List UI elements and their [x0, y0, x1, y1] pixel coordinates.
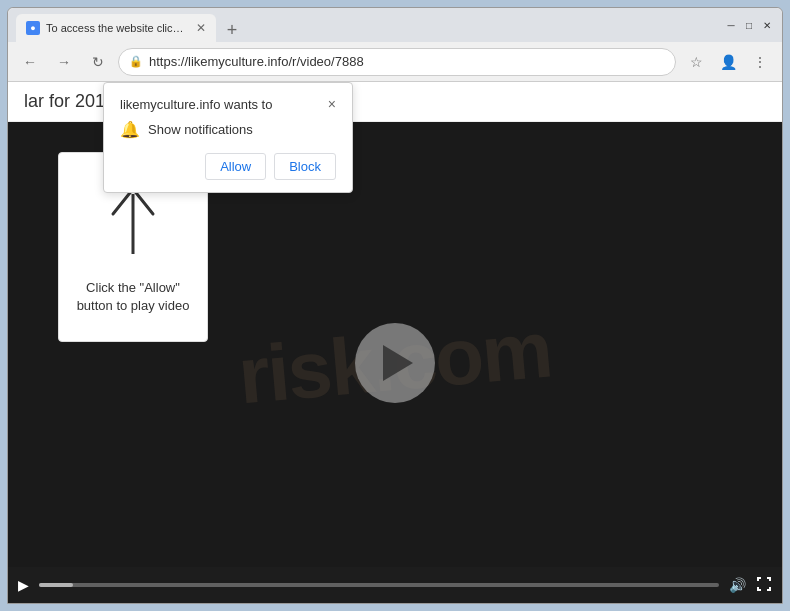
- play-button[interactable]: ▶: [18, 577, 29, 593]
- star-icon: ☆: [690, 54, 703, 70]
- popup-header: likemyculture.info wants to ×: [120, 97, 336, 112]
- bookmark-button[interactable]: ☆: [682, 48, 710, 76]
- popup-buttons: Allow Block: [120, 153, 336, 180]
- fullscreen-button[interactable]: [756, 576, 772, 595]
- video-area: risk.com Click the "Allow" button to pla…: [8, 122, 782, 603]
- address-right-controls: ☆ 👤 ⋮: [682, 48, 774, 76]
- reload-button[interactable]: ↻: [84, 48, 112, 76]
- tab-close-button[interactable]: ✕: [196, 21, 206, 35]
- bell-icon: 🔔: [120, 120, 140, 139]
- progress-bar[interactable]: [39, 583, 719, 587]
- popup-notification-row: 🔔 Show notifications: [120, 120, 336, 139]
- tab-area: ● To access the website click the "/ ✕ +: [16, 8, 724, 42]
- notification-popup: likemyculture.info wants to × 🔔 Show not…: [103, 82, 353, 193]
- url-bar[interactable]: 🔒 https://likemyculture.info/r/video/788…: [118, 48, 676, 76]
- profile-button[interactable]: 👤: [714, 48, 742, 76]
- allow-button[interactable]: Allow: [205, 153, 266, 180]
- active-tab[interactable]: ● To access the website click the "/ ✕: [16, 14, 216, 42]
- url-text: https://likemyculture.info/r/video/7888: [149, 54, 665, 69]
- popup-title: likemyculture.info wants to: [120, 97, 272, 112]
- center-play-button[interactable]: [355, 323, 435, 403]
- title-bar: ● To access the website click the "/ ✕ +…: [8, 8, 782, 42]
- popup-close-button[interactable]: ×: [328, 97, 336, 111]
- new-tab-button[interactable]: +: [220, 18, 244, 42]
- click-allow-text: Click the "Allow" button to play video: [75, 279, 191, 315]
- volume-button[interactable]: 🔊: [729, 577, 746, 593]
- forward-button[interactable]: →: [50, 48, 78, 76]
- avatar-icon: 👤: [720, 54, 737, 70]
- page-header-text: lar for 2019: [24, 91, 115, 112]
- popup-notification-text: Show notifications: [148, 122, 253, 137]
- window-controls: ─ □ ✕: [724, 18, 774, 32]
- block-button[interactable]: Block: [274, 153, 336, 180]
- more-icon: ⋮: [753, 54, 767, 70]
- close-button[interactable]: ✕: [760, 18, 774, 32]
- tab-favicon: ●: [26, 21, 40, 35]
- maximize-button[interactable]: □: [742, 18, 756, 32]
- video-controls: ▶ 🔊: [8, 567, 782, 603]
- play-triangle-icon: [383, 345, 413, 381]
- content-area: lar for 2019 likemyculture.info wants to…: [8, 82, 782, 603]
- address-bar: ← → ↻ 🔒 https://likemyculture.info/r/vid…: [8, 42, 782, 82]
- back-button[interactable]: ←: [16, 48, 44, 76]
- minimize-button[interactable]: ─: [724, 18, 738, 32]
- menu-button[interactable]: ⋮: [746, 48, 774, 76]
- lock-icon: 🔒: [129, 55, 143, 68]
- tab-title: To access the website click the "/: [46, 22, 186, 34]
- browser-window: ● To access the website click the "/ ✕ +…: [7, 7, 783, 604]
- progress-bar-fill: [39, 583, 73, 587]
